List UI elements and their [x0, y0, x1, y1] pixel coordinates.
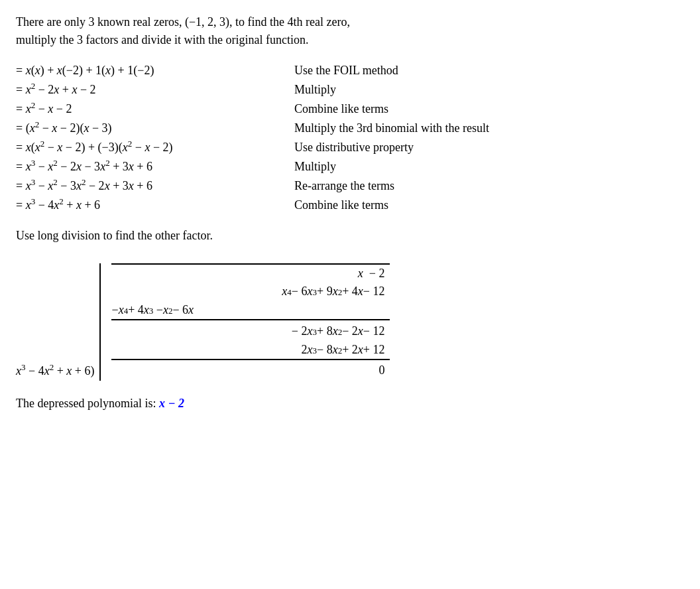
table-row: = (x2 − x − 2)(x − 3)Multiply the 3rd bi…	[16, 119, 684, 138]
step-expr: = x3 − x2 − 3x2 − 2x + 3x + 6	[16, 176, 294, 196]
final-answer-value: x − 2	[159, 397, 184, 410]
step-desc: Multiply the 3rd binomial with the resul…	[294, 119, 684, 138]
table-row: = x3 − x2 − 3x2 − 2x + 3x + 6Re-arrange …	[16, 176, 684, 196]
table-row: = x2 − 2x + x − 2Multiply	[16, 80, 684, 99]
steps-table: = x(x) + x(−2) + 1(x) + 1(−2)Use the FOI…	[16, 61, 684, 215]
remainder-row: 0	[111, 362, 390, 381]
step-desc: Multiply	[294, 80, 684, 99]
step-expr: = x2 − 2x + x − 2	[16, 80, 294, 99]
step-expr: = x3 − x2 − 2x − 3x2 + 3x + 6	[16, 157, 294, 176]
partial-row-2: − 2x3 + 8x2 − 2x − 12	[111, 322, 390, 341]
long-division-diagram: x3 − 4x2 + x + 6) x − 2 x4 − 6x3 + 9x2 +…	[16, 257, 684, 381]
step-expr: = x2 − x − 2	[16, 99, 294, 119]
step-expr: = x(x) + x(−2) + 1(x) + 1(−2)	[16, 61, 294, 80]
intro-line2: multiply the 3 factors and divide it wit…	[16, 33, 308, 46]
step-expr: = x(x2 − x − 2) + (−3)(x2 − x − 2)	[16, 138, 294, 157]
intro-paragraph: There are only 3 known real zeros, (−1, …	[16, 13, 684, 49]
table-row: = x3 − 4x2 + x + 6Combine like terms	[16, 196, 684, 215]
final-answer-prefix: The depressed polynomial is:	[16, 397, 159, 410]
dividend-area: x − 2 x4 − 6x3 + 9x2 + 4x − 12 − x4 + 4x…	[99, 263, 390, 381]
table-row: = x2 − x − 2Combine like terms	[16, 99, 684, 119]
table-row: = x(x) + x(−2) + 1(x) + 1(−2)Use the FOI…	[16, 61, 684, 80]
long-div-intro: Use long division to find the other fact…	[16, 227, 684, 245]
step-desc: Use the FOIL method	[294, 61, 684, 80]
step-expr: = (x2 − x − 2)(x − 3)	[16, 119, 294, 138]
step-desc: Use distributive property	[294, 138, 684, 157]
step-desc: Combine like terms	[294, 196, 684, 215]
step-desc: Combine like terms	[294, 99, 684, 119]
table-row: = x3 − x2 − 2x − 3x2 + 3x + 6Multiply	[16, 157, 684, 176]
final-answer-line: The depressed polynomial is: x − 2	[16, 394, 684, 413]
divisor-expr: x3 − 4x2 + x + 6)	[16, 364, 94, 378]
step-expr: = x3 − 4x2 + x + 6	[16, 196, 294, 215]
intro-line1: There are only 3 known real zeros, (−1, …	[16, 15, 350, 29]
sub-row-1: − x4 + 4x3 − x2 − 6x	[111, 301, 390, 320]
sub-row-2: 2x3 − 8x2 + 2x + 12	[111, 341, 390, 360]
step-desc: Re-arrange the terms	[294, 176, 684, 196]
dividend-row: x4 − 6x3 + 9x2 + 4x − 12	[111, 283, 390, 301]
divisor: x3 − 4x2 + x + 6)	[16, 364, 99, 381]
quotient-row: x − 2	[111, 263, 390, 283]
step-desc: Multiply	[294, 157, 684, 176]
table-row: = x(x2 − x − 2) + (−3)(x2 − x − 2)Use di…	[16, 138, 684, 157]
